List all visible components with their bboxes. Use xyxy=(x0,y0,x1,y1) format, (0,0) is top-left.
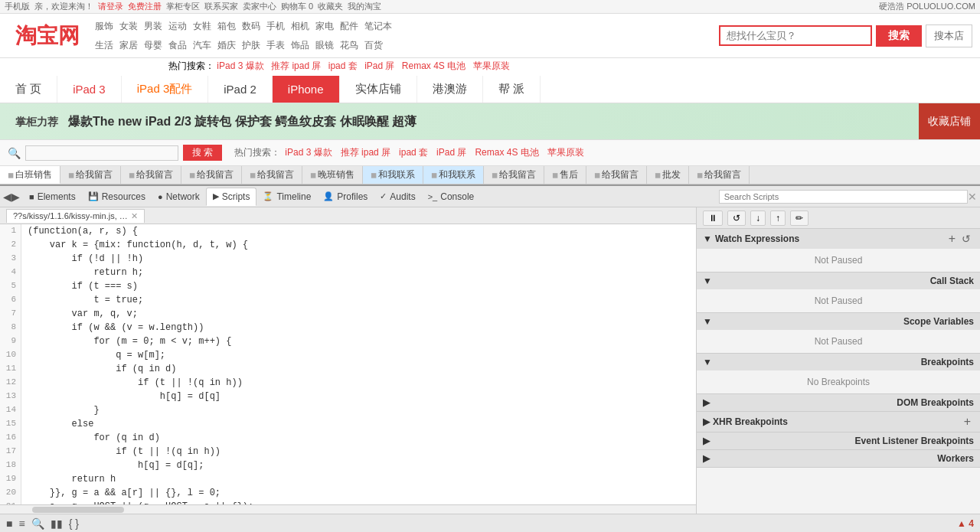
line-code[interactable]: if (q in d) xyxy=(21,362,176,376)
line-code[interactable]: if (t || !(q in h)) xyxy=(21,445,220,459)
line-code[interactable]: var m, q, v; xyxy=(21,307,138,321)
nav-item-ipad2[interactable]: iPad 2 xyxy=(208,76,273,103)
taobao-logo[interactable]: 淘宝网 xyxy=(8,18,87,54)
line-code[interactable]: h[q] = d[q] xyxy=(21,390,220,403)
nav-link[interactable]: 男装 xyxy=(144,20,162,33)
element-icon[interactable]: ■ xyxy=(6,517,12,530)
sub-nav-item[interactable]: ◼给我留言 xyxy=(586,166,647,184)
nav-link[interactable]: 配件 xyxy=(340,20,358,33)
line-code[interactable]: q = w[m]; xyxy=(21,348,165,362)
nav-item-home[interactable]: 首 页 xyxy=(0,76,57,103)
line-code[interactable]: else xyxy=(21,417,93,431)
call-stack-header[interactable]: ▼ Call Stack xyxy=(697,273,980,289)
hot-keyword-2[interactable]: 苹果原装 xyxy=(547,146,584,159)
hot-keyword[interactable]: Remax 4S 电池 xyxy=(402,60,466,71)
step-over-button[interactable]: ↺ xyxy=(727,211,746,226)
devtools-tab-audits[interactable]: ✓ Audits xyxy=(374,188,421,206)
search-input[interactable] xyxy=(719,25,872,46)
xhr-breakpoints-header[interactable]: ▶ XHR Breakpoints + xyxy=(697,412,980,432)
topbar-link[interactable]: 请登录 xyxy=(98,1,123,12)
line-code[interactable]: } xyxy=(21,403,100,417)
watch-expressions-header[interactable]: ▼ Watch Expressions + ↺ xyxy=(697,229,980,249)
nav-link[interactable]: 护肤 xyxy=(242,39,260,52)
breakpoints-header[interactable]: ▼ Breakpoints xyxy=(697,354,980,370)
topbar-link[interactable]: 免费注册 xyxy=(128,1,162,12)
line-code[interactable]: for (m = 0; m < v; m++) { xyxy=(21,335,231,348)
search-clear-button[interactable]: ✕ xyxy=(968,191,977,203)
hot-keyword[interactable]: 苹果原装 xyxy=(473,60,510,71)
nav-link[interactable]: 女鞋 xyxy=(193,20,211,33)
nav-link[interactable]: 花鸟 xyxy=(340,39,358,52)
scope-variables-header[interactable]: ▼ Scope Variables xyxy=(697,313,980,330)
topbar-link[interactable]: 卖家中心 xyxy=(243,1,276,12)
nav-item-ipad3-accessories[interactable]: iPad 3配件 xyxy=(122,76,209,103)
step-out-button[interactable]: ↑ xyxy=(770,211,786,226)
event-listener-breakpoints-header[interactable]: ▶ Event Listener Breakpoints xyxy=(697,432,980,449)
sub-nav-item[interactable]: ◼和我联系 xyxy=(363,166,423,184)
topbar-link[interactable]: 收藏夹 xyxy=(318,1,343,12)
topbar-link[interactable]: 我的淘宝 xyxy=(348,1,381,12)
pause-icon[interactable]: ▮▮ xyxy=(51,517,63,530)
line-code[interactable]: var k = {mix: function(h, d, t, w) { xyxy=(21,238,248,252)
nav-link[interactable]: 手表 xyxy=(266,39,285,52)
devtools-tab-console[interactable]: >_ Console xyxy=(422,188,481,206)
search-button-2[interactable]: 搜 索 xyxy=(183,145,222,161)
devtools-tab-elements[interactable]: ■ Elements xyxy=(23,188,82,206)
shop-button[interactable]: 搜本店 xyxy=(926,24,972,47)
nav-link[interactable]: 女装 xyxy=(119,20,138,33)
line-code[interactable]: if (w && (v = w.length)) xyxy=(21,321,204,335)
nav-link[interactable]: 运动 xyxy=(168,20,187,33)
hot-keyword[interactable]: iPad 3 爆款 xyxy=(217,60,263,71)
nav-link[interactable]: 饰品 xyxy=(291,39,309,52)
devtools-tab-scripts[interactable]: ▶ Scripts xyxy=(206,188,257,206)
line-code[interactable]: return h; xyxy=(21,266,143,279)
nav-item-help[interactable]: 帮 派 xyxy=(483,76,541,103)
nav-item-hk-macau[interactable]: 港澳游 xyxy=(417,76,483,103)
sub-nav-item[interactable]: ◼给我留言 xyxy=(484,166,544,184)
scripts-search-input[interactable] xyxy=(719,190,968,204)
nav-item-iphone[interactable]: iPhone xyxy=(273,76,340,103)
nav-link[interactable]: 服饰 xyxy=(95,20,113,33)
line-code[interactable]: return h xyxy=(21,472,116,486)
step-into-button[interactable]: ↓ xyxy=(750,211,766,226)
nav-link[interactable]: 母婴 xyxy=(144,39,162,52)
horizontal-scrollbar[interactable] xyxy=(0,504,696,514)
nav-link[interactable]: 家居 xyxy=(119,39,138,52)
devtools-tab-profiles[interactable]: 👤 Profiles xyxy=(317,188,374,206)
workers-header[interactable]: ▶ Workers xyxy=(697,450,980,467)
close-tab-icon[interactable]: ✕ xyxy=(131,211,138,221)
nav-link[interactable]: 数码 xyxy=(242,20,260,33)
line-code[interactable]: h[q] = d[q]; xyxy=(21,459,204,472)
nav-link[interactable]: 百货 xyxy=(364,39,383,52)
hot-keyword-2[interactable]: iPad 屏 xyxy=(436,146,466,159)
sub-nav-item[interactable]: ◼批发 xyxy=(647,166,689,184)
hot-keyword-2[interactable]: iPad 3 爆款 xyxy=(285,146,332,159)
line-code[interactable]: (function(a, r, s) { xyxy=(21,224,138,238)
nav-link[interactable]: 眼镜 xyxy=(315,39,334,52)
devtools-tab-network[interactable]: ● Network xyxy=(152,188,206,206)
topbar-link[interactable]: 联系买家 xyxy=(204,1,238,12)
add-watch-button[interactable]: + xyxy=(946,232,959,246)
hot-keyword[interactable]: ipad 套 xyxy=(328,60,358,71)
add-xhr-breakpoint-button[interactable]: + xyxy=(961,415,974,429)
line-code[interactable]: }}, g = a && a[r] || {}, l = 0; xyxy=(21,486,220,500)
pause-button[interactable]: ⏸ xyxy=(703,211,723,226)
sub-nav-item[interactable]: ◼白班销售 xyxy=(0,166,60,184)
sub-nav-item[interactable]: ◼给我留言 xyxy=(242,166,302,184)
topbar-link[interactable]: 手机版 xyxy=(5,1,30,12)
sub-nav-item[interactable]: ◼售后 xyxy=(544,166,586,184)
line-code[interactable]: for (q in d) xyxy=(21,431,160,445)
hot-keyword[interactable]: 推荐 ipad 屏 xyxy=(271,60,321,71)
line-code[interactable]: if (!d || !h) xyxy=(21,252,143,266)
hot-keyword-2[interactable]: ipad 套 xyxy=(399,146,428,159)
sub-nav-item[interactable]: ◼晚班销售 xyxy=(302,166,363,184)
deactivate-breakpoints-button[interactable]: ✏ xyxy=(790,211,808,226)
hot-keyword-2[interactable]: 推荐 ipad 屏 xyxy=(341,146,390,159)
refresh-watch-button[interactable]: ↺ xyxy=(959,233,974,245)
line-code[interactable]: t = true; xyxy=(21,293,143,307)
nav-link[interactable]: 食品 xyxy=(168,39,187,52)
nav-link[interactable]: 婚庆 xyxy=(217,39,236,52)
devtools-collapse-icon[interactable]: ◀▶ xyxy=(3,191,20,203)
scrollbar-thumb[interactable] xyxy=(32,507,124,513)
sub-nav-item[interactable]: ◼给我留言 xyxy=(60,166,121,184)
